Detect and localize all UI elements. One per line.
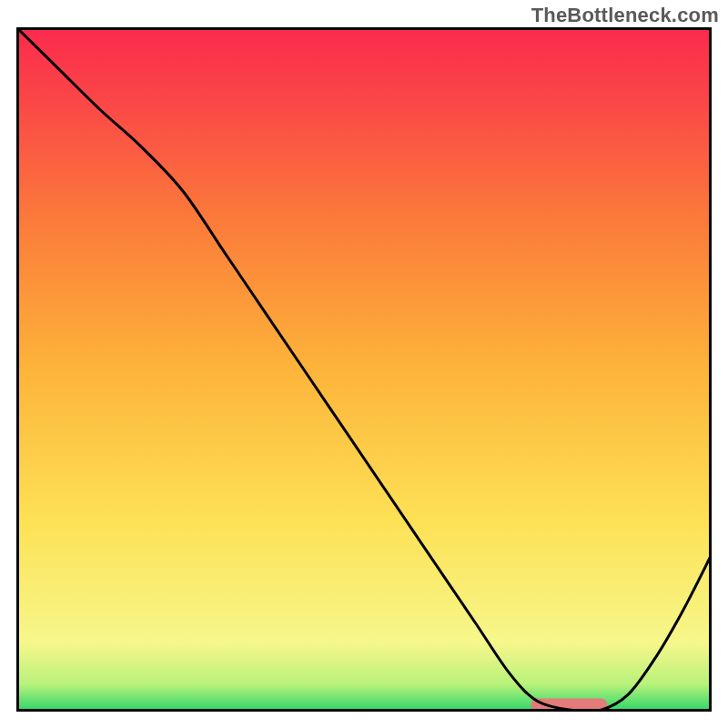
- watermark-text: TheBottleneck.com: [531, 4, 719, 27]
- plot-area: [16, 27, 712, 712]
- gradient-background: [16, 27, 712, 712]
- chart-stage: TheBottleneck.com: [0, 0, 728, 728]
- chart-svg: [16, 27, 712, 712]
